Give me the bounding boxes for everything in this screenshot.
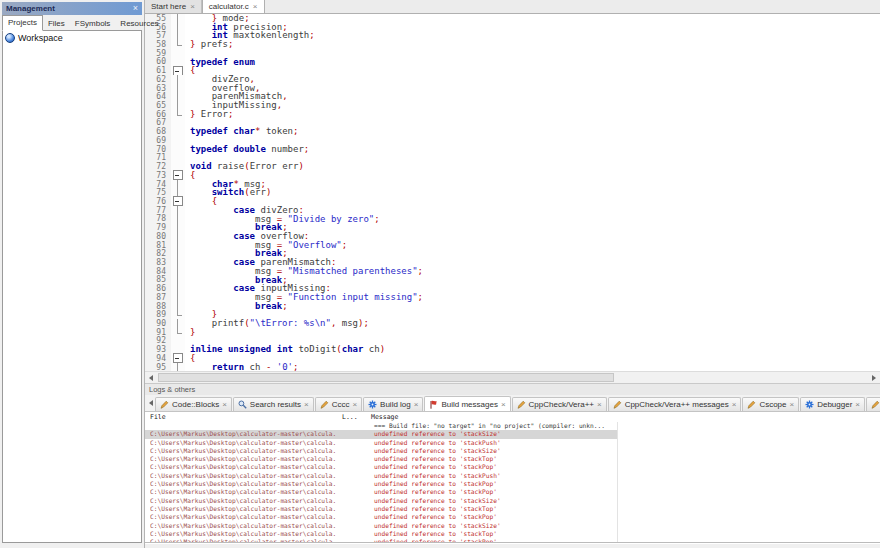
log-file-cell: C:\Users\Markus\Desktop\calculator-maste… <box>150 480 336 488</box>
log-row[interactable]: C:\Users\Markus\Desktop\calculator-maste… <box>145 463 617 471</box>
line-number: 88 <box>145 302 171 311</box>
code-text: typedef enum <box>185 58 255 67</box>
log-row[interactable]: C:\Users\Markus\Desktop\calculator-maste… <box>145 497 617 505</box>
log-row[interactable]: C:\Users\Markus\Desktop\calculator-maste… <box>145 530 617 538</box>
fold-margin-none <box>171 119 185 128</box>
line-number: 89 <box>145 310 171 319</box>
line-number: 69 <box>145 136 171 145</box>
logs-tab-build-log[interactable]: Build log× <box>363 397 423 411</box>
close-icon[interactable]: × <box>855 400 860 409</box>
code-line: 60typedef enum <box>145 58 880 67</box>
log-row[interactable]: C:\Users\Markus\Desktop\calculator-maste… <box>145 522 617 530</box>
management-tab-fsymbols[interactable]: FSymbols <box>70 17 116 31</box>
logs-tab-doxyblocks[interactable]: DoxyBlocks× <box>866 397 880 411</box>
line-number: 90 <box>145 319 171 328</box>
logs-tab-code-blocks[interactable]: Code::Blocks× <box>155 397 232 411</box>
fold-margin-box[interactable] <box>171 197 185 206</box>
log-row[interactable]: C:\Users\Markus\Desktop\calculator-maste… <box>145 513 617 521</box>
logs-tab-label: Build log <box>380 400 411 409</box>
hscrollbar-thumb[interactable] <box>158 373 614 382</box>
log-message-cell: undefined reference to 'stackTop' <box>374 455 497 463</box>
log-row[interactable]: C:\Users\Markus\Desktop\calculator-maste… <box>145 430 617 438</box>
log-row[interactable]: C:\Users\Markus\Desktop\calculator-maste… <box>145 488 617 496</box>
log-row[interactable]: C:\Users\Markus\Desktop\calculator-maste… <box>145 538 617 543</box>
line-number: 75 <box>145 188 171 197</box>
code-text: typedef double number; <box>185 145 309 154</box>
tree-item-workspace[interactable]: Workspace <box>5 33 139 43</box>
close-icon[interactable]: × <box>732 400 737 409</box>
fold-margin-line <box>171 363 185 371</box>
fold-margin-line <box>171 319 185 328</box>
flag-icon <box>429 400 438 409</box>
editor-hscrollbar[interactable] <box>145 371 880 383</box>
logs-tab-debugger[interactable]: Debugger× <box>800 397 865 411</box>
close-icon[interactable]: × <box>133 4 138 13</box>
close-icon[interactable]: × <box>501 400 506 409</box>
log-file-cell: C:\Users\Markus\Desktop\calculator-maste… <box>150 488 336 496</box>
line-number: 67 <box>145 119 171 128</box>
log-message-cell: undefined reference to 'stackPush' <box>374 472 501 480</box>
line-number: 59 <box>145 49 171 58</box>
log-row[interactable]: === Build file: "no target" in "no proje… <box>145 422 617 430</box>
log-row[interactable]: C:\Users\Markus\Desktop\calculator-maste… <box>145 480 617 488</box>
close-icon[interactable]: × <box>222 400 227 409</box>
log-file-cell: C:\Users\Markus\Desktop\calculator-maste… <box>150 538 336 543</box>
close-icon[interactable]: × <box>790 400 795 409</box>
close-icon[interactable]: × <box>304 400 309 409</box>
line-number: 62 <box>145 75 171 84</box>
code-line: 58} prefs; <box>145 40 880 49</box>
line-number: 87 <box>145 293 171 302</box>
line-number: 76 <box>145 197 171 206</box>
logs-tab-cppcheck-vera-messages[interactable]: CppCheck/Vera++ messages× <box>608 397 742 411</box>
tab-scroll-left-icon[interactable] <box>146 397 155 409</box>
log-row[interactable]: C:\Users\Markus\Desktop\calculator-maste… <box>145 447 617 455</box>
logs-caption[interactable]: Logs & others <box>145 384 880 395</box>
line-number: 58 <box>145 40 171 49</box>
editor-tabbar: Start here×calculator.c× <box>145 0 880 14</box>
management-tab-projects[interactable]: Projects <box>2 15 43 31</box>
code-editor[interactable]: 55 } mode;56 int precision;57 int maxtok… <box>145 14 880 371</box>
log-file-cell: C:\Users\Markus\Desktop\calculator-maste… <box>150 530 336 538</box>
log-row[interactable]: C:\Users\Markus\Desktop\calculator-maste… <box>145 439 617 447</box>
fold-margin-box[interactable] <box>171 354 185 363</box>
build-messages-list: === Build file: "no target" in "no proje… <box>145 422 880 543</box>
build-messages-header[interactable]: FileL...Message <box>145 412 880 422</box>
close-icon[interactable]: × <box>414 400 419 409</box>
close-icon[interactable]: × <box>190 2 195 11</box>
column-header-msg[interactable]: Message <box>371 413 398 421</box>
code-line: 93inline unsigned int toDigit(char ch) <box>145 345 880 354</box>
logs-tab-cscope[interactable]: Cscope× <box>742 397 799 411</box>
close-icon[interactable]: × <box>597 400 602 409</box>
close-icon[interactable]: × <box>352 400 357 409</box>
log-row[interactable]: C:\Users\Markus\Desktop\calculator-maste… <box>145 455 617 463</box>
scroll-right-icon[interactable] <box>868 372 880 383</box>
logs-tab-search-results[interactable]: Search results× <box>233 397 314 411</box>
fold-margin-box[interactable] <box>171 171 185 180</box>
code-line: 65 inputMissing, <box>145 101 880 110</box>
editor-tab-start-here[interactable]: Start here× <box>145 0 202 13</box>
logs-tab-cccc[interactable]: Cccc× <box>315 397 362 411</box>
close-icon[interactable]: × <box>253 2 258 11</box>
log-message-cell: undefined reference to 'stackPop' <box>374 513 497 521</box>
log-row[interactable]: C:\Users\Markus\Desktop\calculator-maste… <box>145 472 617 480</box>
editor-tab-calculator-c[interactable]: calculator.c× <box>202 0 265 13</box>
log-row[interactable]: C:\Users\Markus\Desktop\calculator-maste… <box>145 505 617 513</box>
code-line: 90 printf("\tError: %s\n", msg); <box>145 319 880 328</box>
column-header-line[interactable]: L... <box>342 413 358 421</box>
fold-margin-box[interactable] <box>171 66 185 75</box>
logs-tab-label: Search results <box>250 400 301 409</box>
logs-tab-label: Cscope <box>759 400 786 409</box>
line-number: 84 <box>145 267 171 276</box>
management-tab-files[interactable]: Files <box>43 17 70 31</box>
management-caption[interactable]: Management × <box>2 2 142 15</box>
column-header-file[interactable]: File <box>150 413 166 421</box>
logs-tab-cppcheck-vera-[interactable]: CppCheck/Vera++× <box>512 397 607 411</box>
log-message-cell: === Build file: "no target" in "no proje… <box>374 422 605 430</box>
pencil-icon <box>613 400 622 409</box>
fold-margin-line <box>171 241 185 250</box>
scroll-left-icon[interactable] <box>145 372 157 383</box>
fold-margin-none <box>171 154 185 163</box>
code-line: 72void raise(Error err) <box>145 162 880 171</box>
management-tab-resources[interactable]: Resources <box>115 17 163 31</box>
logs-tab-build-messages[interactable]: Build messages× <box>424 396 510 412</box>
